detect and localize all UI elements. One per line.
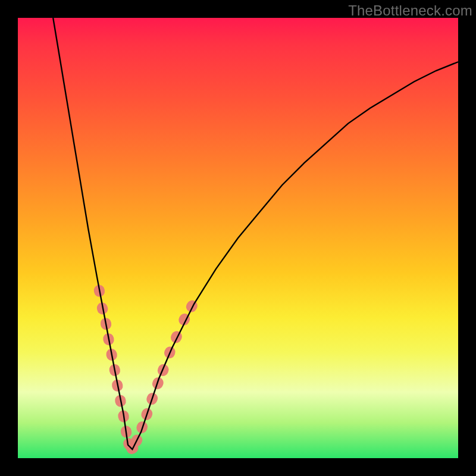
marker-group (93, 284, 199, 456)
watermark-text: TheBottleneck.com (348, 2, 472, 19)
chart-stage: TheBottleneck.com (0, 0, 476, 476)
curve-marker (184, 299, 200, 314)
curve-marker (169, 330, 184, 345)
curve-svg (18, 18, 458, 458)
plot-area (18, 18, 458, 458)
